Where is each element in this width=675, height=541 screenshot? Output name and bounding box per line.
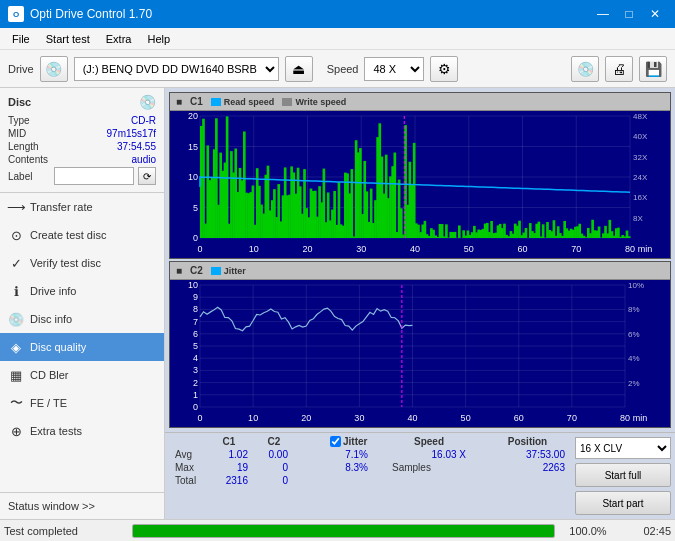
disc-label-button[interactable]: ⟳: [138, 167, 156, 185]
position-col-header: Position: [484, 435, 571, 448]
settings-button[interactable]: ⚙: [430, 56, 458, 82]
disc-panel: Disc 💿 Type CD-R MID 97m15s17f Length 37…: [0, 88, 164, 193]
nav-label-create-test-disc: Create test disc: [30, 229, 106, 241]
nav-label-verify-test-disc: Verify test disc: [30, 257, 101, 269]
contents-label: Contents: [8, 154, 48, 165]
sidebar-nav: ⟶ Transfer rate ⊙ Create test disc ✓ Ver…: [0, 193, 164, 492]
stats-table-area: C1 C2 Jitter Speed Position: [165, 433, 575, 519]
legend-jitter-color: [211, 267, 221, 275]
c2-chart-label: ■: [176, 265, 182, 276]
sidebar-item-disc-info[interactable]: 💿 Disc info: [0, 305, 164, 333]
statusbar: Test completed 100.0% 02:45: [0, 519, 675, 541]
speed-value: 16.03 X: [386, 448, 472, 461]
samples-value: 2263: [484, 461, 571, 474]
sidebar-item-extra-tests[interactable]: ⊕ Extra tests: [0, 417, 164, 445]
chart-area: ■ C1 Read speed Write speed: [165, 88, 675, 432]
menu-file[interactable]: File: [4, 31, 38, 47]
progress-bar: [132, 524, 555, 538]
disc-icon: 💿: [139, 94, 156, 110]
print-button[interactable]: 🖨: [605, 56, 633, 82]
sidebar-item-transfer-rate[interactable]: ⟶ Transfer rate: [0, 193, 164, 221]
main-area: Disc 💿 Type CD-R MID 97m15s17f Length 37…: [0, 88, 675, 519]
menu-extra[interactable]: Extra: [98, 31, 140, 47]
c2-header: C2: [254, 435, 294, 448]
extra-tests-icon: ⊕: [8, 423, 24, 439]
app-title: Opti Drive Control 1.70: [30, 7, 152, 21]
menu-help[interactable]: Help: [139, 31, 178, 47]
nav-label-disc-info: Disc info: [30, 313, 72, 325]
avg-jitter: 7.1%: [324, 448, 374, 461]
drive-select[interactable]: (J:) BENQ DVD DD DW1640 BSRB: [74, 57, 279, 81]
c1-chart: ■ C1 Read speed Write speed: [169, 92, 671, 259]
stats-table: C1 C2 Jitter Speed Position: [169, 435, 571, 487]
drive-label: Drive: [8, 63, 34, 75]
sidebar-item-disc-quality[interactable]: ◈ Disc quality: [0, 333, 164, 361]
samples-label: Samples: [386, 461, 472, 474]
progress-bar-fill: [133, 525, 554, 537]
type-label: Type: [8, 115, 30, 126]
max-c1: 19: [204, 461, 254, 474]
mid-value: 97m15s17f: [107, 128, 156, 139]
jitter-label: Jitter: [343, 436, 367, 447]
start-part-button[interactable]: Start part: [575, 491, 671, 515]
disc-info-icon: 💿: [8, 311, 24, 327]
bottom-stats-row: C1 C2 Jitter Speed Position: [165, 432, 675, 519]
c1-legend-c1: C1: [190, 96, 203, 107]
sidebar: Disc 💿 Type CD-R MID 97m15s17f Length 37…: [0, 88, 165, 519]
status-text: Test completed: [4, 525, 124, 537]
speed-col-header: Speed: [386, 435, 472, 448]
status-time: 02:45: [621, 525, 671, 537]
menubar: File Start test Extra Help: [0, 28, 675, 50]
sidebar-item-cd-bler[interactable]: ▦ CD Bler: [0, 361, 164, 389]
legend-write-speed-color: [282, 98, 292, 106]
disc-quality-icon: ◈: [8, 339, 24, 355]
type-value: CD-R: [131, 115, 156, 126]
eject-button[interactable]: ⏏: [285, 56, 313, 82]
length-value: 37:54.55: [117, 141, 156, 152]
close-button[interactable]: ✕: [643, 4, 667, 24]
app-icon: O: [8, 6, 24, 22]
avg-c2: 0.00: [254, 448, 294, 461]
total-c2: 0: [254, 474, 294, 487]
c1-chart-titlebar: ■ C1 Read speed Write speed: [170, 93, 670, 111]
legend-jitter: Jitter: [211, 266, 246, 276]
max-label: Max: [169, 461, 204, 474]
avg-c1: 1.02: [204, 448, 254, 461]
sidebar-item-drive-info[interactable]: ℹ Drive info: [0, 277, 164, 305]
titlebar: O Opti Drive Control 1.70 — □ ✕: [0, 0, 675, 28]
nav-label-cd-bler: CD Bler: [30, 369, 69, 381]
disc-button[interactable]: 💿: [571, 56, 599, 82]
disc-section-title: Disc: [8, 96, 31, 108]
status-window-label: Status window >>: [8, 500, 95, 512]
total-label: Total: [169, 474, 204, 487]
c2-canvas: [170, 280, 670, 427]
jitter-header: Jitter: [324, 435, 374, 448]
maximize-button[interactable]: □: [617, 4, 641, 24]
disc-label-input[interactable]: [54, 167, 134, 185]
sidebar-item-verify-test-disc[interactable]: ✓ Verify test disc: [0, 249, 164, 277]
nav-label-drive-info: Drive info: [30, 285, 76, 297]
c2-chart: ■ C2 Jitter: [169, 261, 671, 428]
nav-label-transfer-rate: Transfer rate: [30, 201, 93, 213]
jitter-checkbox[interactable]: [330, 436, 341, 447]
legend-read-speed-color: [211, 98, 221, 106]
menu-start-test[interactable]: Start test: [38, 31, 98, 47]
c1-chart-label: ■: [176, 96, 182, 107]
cd-bler-icon: ▦: [8, 367, 24, 383]
content-area: ■ C1 Read speed Write speed: [165, 88, 675, 519]
save-button[interactable]: 💾: [639, 56, 667, 82]
minimize-button[interactable]: —: [591, 4, 615, 24]
mid-label: MID: [8, 128, 26, 139]
status-window-button[interactable]: Status window >>: [0, 493, 164, 519]
contents-value: audio: [132, 154, 156, 165]
c1-chart-inner: [170, 111, 670, 258]
start-full-button[interactable]: Start full: [575, 463, 671, 487]
speed-select[interactable]: 48 X: [364, 57, 424, 81]
sidebar-item-fe-te[interactable]: 〜 FE / TE: [0, 389, 164, 417]
toolbar: Drive 💿 (J:) BENQ DVD DD DW1640 BSRB ⏏ S…: [0, 50, 675, 88]
sidebar-item-create-test-disc[interactable]: ⊙ Create test disc: [0, 221, 164, 249]
speed-dropdown[interactable]: 16 X CLV: [575, 437, 671, 459]
drive-icon-button[interactable]: 💿: [40, 56, 68, 82]
verify-test-disc-icon: ✓: [8, 255, 24, 271]
transfer-rate-icon: ⟶: [8, 199, 24, 215]
